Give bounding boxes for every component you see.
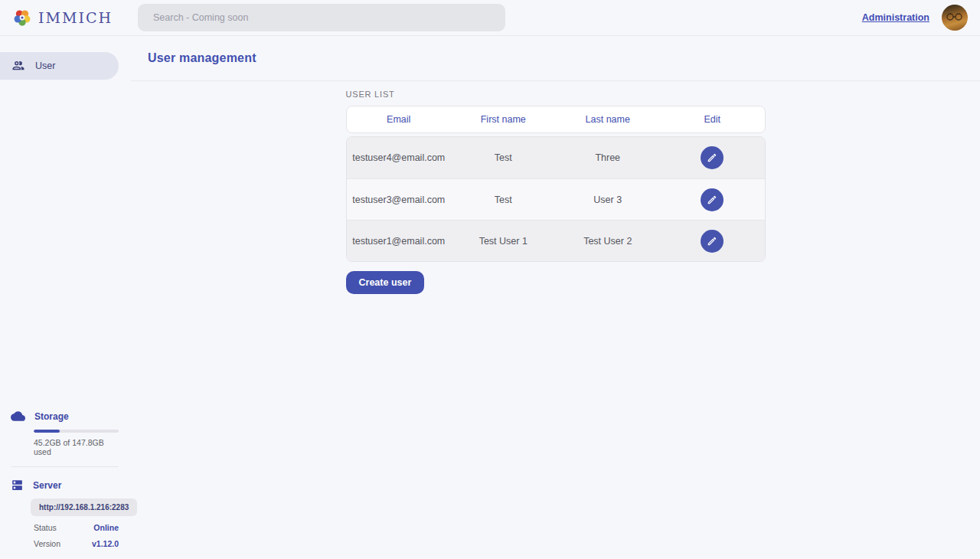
- table-row: testuser4@email.com Test Three: [347, 137, 765, 178]
- pencil-icon: [707, 236, 717, 247]
- column-header-first-name: First name: [451, 114, 556, 125]
- storage-progress-bar: [34, 430, 119, 433]
- storage-usage-text: 45.2GB of 147.8GB used: [34, 438, 119, 456]
- server-version-row: Version v1.12.0: [34, 539, 119, 548]
- sidebar-divider: [11, 466, 119, 467]
- table-row: testuser3@email.com Test User 3: [347, 178, 765, 220]
- user-table-header: Email First name Last name Edit: [346, 106, 766, 133]
- last-name-cell: Three: [556, 152, 661, 163]
- sidebar: User Storage 45.2GB of 147.8GB used Serv…: [0, 36, 131, 559]
- column-header-last-name: Last name: [556, 114, 661, 125]
- last-name-cell: Test User 2: [556, 236, 661, 247]
- create-user-button[interactable]: Create user: [346, 271, 425, 294]
- server-status-row: Status Online: [34, 523, 119, 532]
- search-input[interactable]: Search - Coming soon: [138, 4, 505, 31]
- sidebar-item-user-label: User: [35, 60, 55, 71]
- table-row: testuser1@email.com Test User 1 Test Use…: [347, 220, 765, 261]
- column-header-email: Email: [347, 114, 452, 125]
- immich-flower-icon: [12, 8, 32, 28]
- top-bar: IMMICH Search - Coming soon Administrati…: [0, 0, 980, 36]
- users-icon: [11, 59, 25, 73]
- server-label: Server: [33, 480, 61, 491]
- status-value: Online: [93, 523, 119, 532]
- edit-user-button[interactable]: [701, 230, 724, 253]
- section-title: USER LIST: [346, 90, 766, 99]
- edit-user-button[interactable]: [701, 188, 724, 211]
- version-label: Version: [34, 539, 60, 548]
- server-url-badge: http://192.168.1.216:2283: [31, 499, 137, 516]
- sidebar-footer: Storage 45.2GB of 147.8GB used Server ht…: [0, 409, 131, 559]
- edit-user-button[interactable]: [701, 146, 724, 169]
- user-table-body: testuser4@email.com Test Three testuser3…: [346, 136, 766, 262]
- page-title: User management: [148, 51, 256, 65]
- first-name-cell: Test: [451, 152, 556, 163]
- pencil-icon: [707, 152, 717, 163]
- main-content: User management USER LIST Email First na…: [131, 36, 980, 559]
- email-cell: testuser1@email.com: [347, 236, 452, 247]
- status-label: Status: [34, 523, 57, 532]
- user-avatar[interactable]: [942, 5, 968, 31]
- storage-progress-fill: [34, 430, 60, 433]
- storage-label: Storage: [34, 411, 69, 422]
- user-list-section: USER LIST Email First name Last name Edi…: [346, 81, 766, 294]
- server-icon: [11, 479, 24, 492]
- immich-logo[interactable]: IMMICH: [12, 8, 113, 28]
- email-cell: testuser4@email.com: [347, 152, 452, 163]
- glasses-graphic: [945, 13, 965, 21]
- email-cell: testuser3@email.com: [347, 195, 452, 205]
- administration-link[interactable]: Administration: [862, 12, 929, 23]
- title-bar: User management: [131, 36, 980, 81]
- search-placeholder: Search - Coming soon: [153, 12, 248, 23]
- first-name-cell: Test User 1: [451, 236, 556, 247]
- first-name-cell: Test: [451, 195, 556, 205]
- last-name-cell: User 3: [556, 195, 661, 205]
- column-header-edit: Edit: [660, 114, 765, 125]
- sidebar-item-user[interactable]: User: [0, 52, 119, 80]
- logo-text: IMMICH: [38, 9, 113, 26]
- cloud-icon: [11, 409, 25, 423]
- version-value: v1.12.0: [92, 539, 119, 548]
- pencil-icon: [707, 195, 717, 205]
